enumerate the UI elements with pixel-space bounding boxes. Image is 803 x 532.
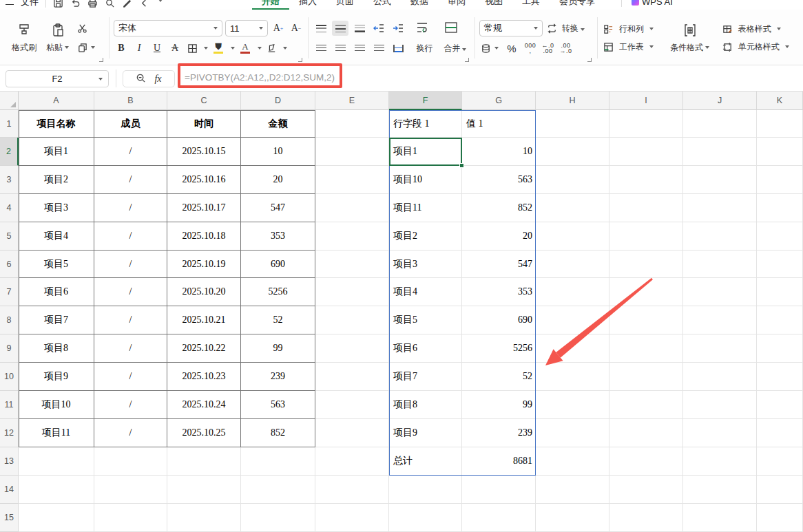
cell-D11[interactable]: 563	[241, 391, 315, 419]
cell-I8[interactable]	[609, 306, 683, 334]
cell-F5[interactable]: 项目2	[389, 222, 462, 251]
cell-A7[interactable]: 项目6	[19, 278, 94, 306]
cell-E6[interactable]	[315, 251, 389, 278]
cell-A5[interactable]: 项目4	[19, 222, 94, 251]
row-header-10[interactable]: 10	[0, 363, 19, 391]
cell-C5[interactable]: 2025.10.18	[167, 222, 241, 251]
tab-menu-6[interactable]: 视图	[475, 0, 512, 10]
cell-I11[interactable]	[609, 391, 683, 419]
cell-D8[interactable]: 52	[241, 306, 315, 334]
cell-G1[interactable]: 值 1	[462, 110, 536, 138]
fill-color-button[interactable]: ⛊	[211, 41, 226, 56]
distribute-button[interactable]	[390, 41, 406, 56]
cell-C7[interactable]: 2025.10.20	[167, 278, 241, 306]
col-header-H[interactable]: H	[536, 92, 609, 110]
cell-D12[interactable]: 852	[241, 419, 315, 447]
col-header-F[interactable]: F	[389, 92, 462, 110]
align-top-button[interactable]	[313, 21, 329, 36]
cell-J1[interactable]	[683, 110, 757, 138]
format-painter-button[interactable]: 格式刷	[7, 21, 41, 55]
tab-menu-7[interactable]: 工具	[512, 0, 550, 10]
cell-G13[interactable]: 8681	[462, 447, 536, 476]
merge-cells-button[interactable]: 合并	[444, 43, 466, 54]
row-header-7[interactable]: 7	[0, 278, 19, 306]
cell-K5[interactable]	[757, 222, 803, 251]
cell-J15[interactable]	[683, 504, 757, 532]
increase-decimal-button[interactable]: .00→.0	[559, 43, 572, 54]
cell-F11[interactable]: 项目8	[389, 391, 462, 419]
tab-menu-8[interactable]: 会员专享	[550, 0, 605, 10]
cell-D6[interactable]: 690	[241, 251, 315, 278]
cell-H13[interactable]	[536, 447, 609, 476]
cell-G2[interactable]: 10	[462, 138, 536, 166]
cell-A13[interactable]	[19, 447, 94, 476]
cell-C9[interactable]: 2025.10.22	[167, 334, 241, 363]
align-middle-button[interactable]	[332, 21, 348, 36]
cell-E4[interactable]	[315, 194, 389, 222]
col-header-B[interactable]: B	[94, 92, 167, 110]
cell-C2[interactable]: 2025.10.15	[167, 138, 241, 166]
borders-icon[interactable]	[185, 41, 199, 55]
cell-G4[interactable]: 852	[462, 194, 536, 222]
cell-H15[interactable]	[536, 504, 609, 532]
cell-C3[interactable]: 2025.10.16	[167, 166, 241, 194]
cell-C15[interactable]	[167, 504, 241, 532]
cell-J8[interactable]	[683, 306, 757, 334]
alignment-dialog-launcher[interactable]	[465, 58, 469, 62]
print-icon[interactable]	[87, 0, 98, 8]
cell-E2[interactable]	[315, 138, 389, 166]
cell-F12[interactable]: 项目9	[389, 419, 462, 447]
cell-A10[interactable]: 项目9	[19, 363, 94, 391]
cell-A6[interactable]: 项目5	[19, 251, 94, 278]
cell-B4[interactable]: /	[94, 194, 167, 222]
cell-G15[interactable]	[462, 504, 536, 532]
cell-H11[interactable]	[536, 391, 609, 419]
cell-E5[interactable]	[315, 222, 389, 251]
cell-A3[interactable]: 项目2	[19, 166, 94, 194]
cell-I12[interactable]	[609, 419, 683, 447]
cell-style-button[interactable]: 单元格样式	[721, 40, 789, 54]
chevron-down-icon[interactable]	[158, 0, 163, 2]
cell-K6[interactable]	[757, 251, 803, 278]
align-center-button[interactable]	[332, 41, 348, 56]
cell-E1[interactable]	[315, 110, 389, 138]
back-chevron-icon[interactable]	[139, 0, 149, 8]
cell-H10[interactable]	[536, 363, 609, 391]
col-header-K[interactable]: K	[757, 92, 803, 110]
cell-J11[interactable]	[683, 391, 757, 419]
cell-H9[interactable]	[536, 334, 609, 363]
cell-A15[interactable]	[19, 504, 94, 532]
row-header-5[interactable]: 5	[0, 222, 19, 251]
cell-I10[interactable]	[609, 363, 683, 391]
row-header-1[interactable]: 1	[0, 110, 19, 138]
cell-F3[interactable]: 项目10	[389, 166, 462, 194]
row-header-14[interactable]: 14	[0, 476, 19, 504]
name-box[interactable]: F2	[6, 70, 109, 87]
row-header-11[interactable]: 11	[0, 391, 19, 419]
cell-E10[interactable]	[315, 363, 389, 391]
cell-G5[interactable]: 20	[462, 222, 536, 251]
tab-menu-5[interactable]: 审阅	[438, 0, 475, 10]
wrap-text-label[interactable]: 换行	[416, 43, 432, 54]
cell-A2[interactable]: 项目1	[19, 138, 94, 166]
col-header-A[interactable]: A	[19, 92, 94, 110]
cell-F10[interactable]: 项目7	[389, 363, 462, 391]
underline-button[interactable]: U	[149, 41, 165, 56]
cell-A4[interactable]: 项目3	[19, 194, 94, 222]
shrink-font-button[interactable]: A−	[289, 21, 304, 36]
row-header-13[interactable]: 13	[0, 447, 19, 476]
strikethrough-button[interactable]: A	[167, 41, 182, 56]
row-header-8[interactable]: 8	[0, 306, 19, 334]
cell-C11[interactable]: 2025.10.24	[167, 391, 241, 419]
conditional-format-button[interactable]: 条件格式	[665, 21, 714, 55]
cell-B15[interactable]	[94, 504, 167, 532]
font-color-button[interactable]: A	[238, 41, 253, 56]
row-header-4[interactable]: 4	[0, 194, 19, 222]
cell-K11[interactable]	[757, 391, 803, 419]
cell-C12[interactable]: 2025.10.25	[167, 419, 241, 447]
cell-K15[interactable]	[757, 504, 803, 532]
cut-icon[interactable]	[75, 21, 89, 35]
cell-F4[interactable]: 项目11	[389, 194, 462, 222]
cell-D15[interactable]	[241, 504, 315, 532]
cell-H7[interactable]	[536, 278, 609, 306]
